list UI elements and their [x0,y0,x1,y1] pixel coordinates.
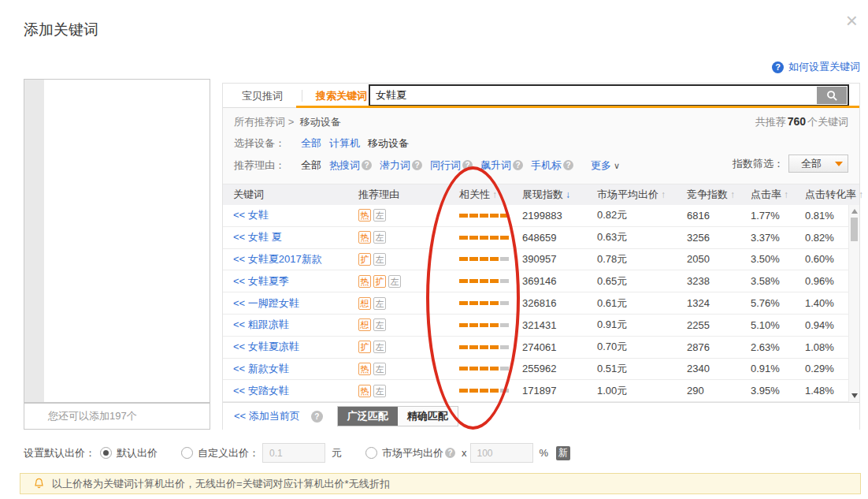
reason-badges-cell: 热左 [348,385,449,397]
column-header-4[interactable]: 市场平均出价↑ [597,188,687,202]
price-notice-text: 以上价格为关键词计算机出价，无线出价=关键词对应计算机出价*无线折扣 [52,477,390,491]
multiply-label: x [462,447,467,459]
ctr-cell: 3.50% [751,253,805,265]
keyword-cell[interactable]: << 女鞋 [223,208,348,222]
how-to-set-keywords-link[interactable]: ? 如何设置关键词 [772,60,860,74]
add-current-page-link[interactable]: << 添加当前页 [234,409,300,423]
remaining-count-label: 您还可以添加197个 [24,403,210,430]
default-bid-radio[interactable] [100,447,112,459]
reason-help-icon[interactable]: ? [412,160,422,170]
column-header-5[interactable]: 竞争指数↑ [687,188,751,202]
keyword-cell[interactable]: << 女鞋夏2017新款 [223,252,348,266]
relevance-bar-segment [459,301,468,305]
keyword-cell[interactable]: << 女鞋夏季 [223,274,348,289]
add-page-help-icon[interactable]: ? [311,411,323,423]
table-row[interactable]: << 女鞋夏凉鞋扩左2740610.70元28762.63%1.08% [223,337,859,359]
reason-badge: 左 [388,275,401,288]
exact-match-button[interactable]: 精确匹配 [398,407,458,426]
column-header-3[interactable]: 展现指数↓ [522,188,597,202]
relevance-bar-segment [480,214,488,218]
chevron-down-icon [835,162,843,166]
market-bid-help-icon[interactable]: ? [445,448,455,458]
selected-keywords-panel [24,79,210,403]
impressions-cell: 255962 [522,363,597,374]
reason-badge: 扩 [358,341,371,353]
scroll-down-icon[interactable] [851,393,858,398]
table-row[interactable]: << 女鞋夏2017新款扩左3909570.78元20503.50%0.60% [223,249,859,271]
relevance-bars [459,367,509,371]
index-filter-dropdown[interactable]: 全部 [788,155,848,173]
relevance-cell [449,367,522,371]
table-row[interactable]: << 女鞋夏季热扩左3691460.65元32383.58%0.96% [223,270,859,292]
keyword-cell[interactable]: << 女鞋夏凉鞋 [223,340,348,354]
custom-bid-radio[interactable] [181,447,193,459]
reason-badges-cell: 想左 [348,297,449,310]
relevance-bar-segment [480,345,488,349]
ctr-cell: 1.77% [751,210,805,222]
relevance-bar-segment [459,367,468,371]
table-header: 关键词推荐理由相关性↑展现指数↓市场平均出价↑竞争指数↑点击率↑点击转化率↑ [223,184,859,205]
keyword-cell[interactable]: << 新款女鞋 [223,362,348,376]
device-filter-options: 全部计算机移动设备 [301,136,409,151]
more-filters-link[interactable]: 更多 ∨ [591,158,620,173]
device-option-0[interactable]: 全部 [301,136,321,151]
table-row[interactable]: << 女鞋 夏热左6486590.63元32563.37%0.82% [223,227,859,249]
relevance-bars [459,301,509,305]
new-feature-badge: 新 [556,446,570,460]
reason-option-0[interactable]: 热搜词? [329,158,372,173]
tab-item-recommend[interactable]: 宝贝推词 [223,89,302,103]
broad-match-button[interactable]: 广泛匹配 [338,407,398,426]
column-header-7[interactable]: 点击转化率↑ [805,188,848,202]
reason-option-2[interactable]: 同行词? [430,158,473,173]
reason-help-icon[interactable]: ? [362,160,372,170]
table-row[interactable]: << 新款女鞋热左2559620.51元23400.91%0.29% [223,359,859,381]
keyword-cell[interactable]: << 一脚蹬女鞋 [223,296,348,311]
column-header-label: 竞争指数 [687,188,728,202]
scrollbar-thumb[interactable] [851,218,858,241]
keyword-cell[interactable]: << 粗跟凉鞋 [223,318,348,332]
reason-option-4[interactable]: 手机标? [531,158,573,173]
reason-help-icon[interactable]: ? [513,160,523,170]
yuan-label: 元 [332,446,342,460]
keyword-cell[interactable]: << 安踏女鞋 [223,384,348,398]
column-header-2[interactable]: 相关性↑ [449,188,522,202]
avg-bid-cell: 0.51元 [597,362,687,376]
scroll-up-icon[interactable] [851,209,858,214]
market-avg-bid-radio[interactable] [365,447,377,459]
relevance-bar-segment [469,214,478,218]
search-input[interactable] [369,84,849,106]
competition-cell: 6816 [687,210,751,222]
keyword-cell[interactable]: << 女鞋 夏 [223,230,348,244]
device-option-1[interactable]: 计算机 [329,136,360,151]
avg-bid-cell: 0.78元 [597,252,687,266]
reason-badge: 左 [373,209,386,222]
search-button[interactable] [817,87,847,104]
table-row[interactable]: << 一脚蹬女鞋想左3268160.61元13245.76%1.40% [223,292,859,315]
ctr-cell: 3.95% [751,385,805,397]
table-scrollbar[interactable] [848,205,859,402]
reason-option-1[interactable]: 潜力词? [380,158,422,173]
table-row[interactable]: << 粗跟凉鞋想左3214310.91元22555.10%0.94% [223,315,859,337]
close-icon[interactable]: × [846,10,858,31]
column-header-6[interactable]: 点击率↑ [751,188,805,202]
device-option-2[interactable]: 移动设备 [368,136,409,151]
index-filter-label: 指数筛选： [733,157,784,171]
market-percent-input[interactable] [470,443,533,463]
reason-help-icon[interactable]: ? [563,160,573,170]
table-row[interactable]: << 安踏女鞋热左1718971.00元2903.95%1.48% [223,380,859,402]
impressions-cell: 321431 [522,319,597,331]
impressions-cell: 2199883 [522,210,597,222]
relevance-bars [459,257,509,261]
tab-bar: 宝贝推词 搜索关键词 [223,84,859,108]
relevance-bar-segment [480,236,488,240]
reason-option-all[interactable]: 全部 [301,158,321,173]
cvr-cell: 0.81% [805,210,848,222]
reason-option-3[interactable]: 飙升词? [480,158,523,173]
table-row[interactable]: << 女鞋热左21998830.82元68161.77%0.81% [223,205,859,227]
avg-bid-cell: 0.61元 [597,296,687,311]
custom-bid-input[interactable] [262,443,325,463]
reason-option-label: 同行词 [430,159,461,171]
reason-help-icon[interactable]: ? [462,160,473,170]
relevance-bars [459,214,509,218]
breadcrumb-root[interactable]: 所有推荐词 [234,116,285,128]
